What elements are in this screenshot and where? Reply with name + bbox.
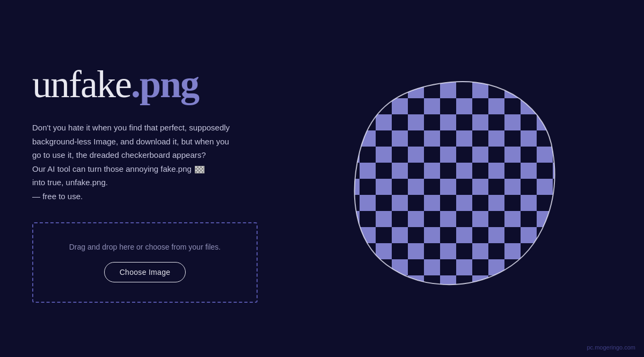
checkerboard-blob [343,66,558,292]
description: Don't you hate it when you find that per… [32,121,236,203]
drop-zone[interactable]: Drag and drop here or choose from your f… [32,222,258,303]
right-section [290,0,612,357]
main-container: unfake.png Don't you hate it when you fi… [0,0,644,357]
choose-image-button[interactable]: Choose Image [104,262,186,282]
logo-bold: png [140,63,199,106]
watermark: pc.mogeringo.com [587,344,636,351]
logo: unfake.png [32,65,290,104]
svg-rect-3 [343,66,558,292]
drop-hint: Drag and drop here or choose from your f… [69,243,221,251]
logo-dot: . [131,63,140,106]
logo-regular: unfake [32,63,131,106]
left-section: unfake.png Don't you hate it when you fi… [32,54,290,303]
checkerboard-icon [195,166,204,173]
blob-container [338,66,564,292]
